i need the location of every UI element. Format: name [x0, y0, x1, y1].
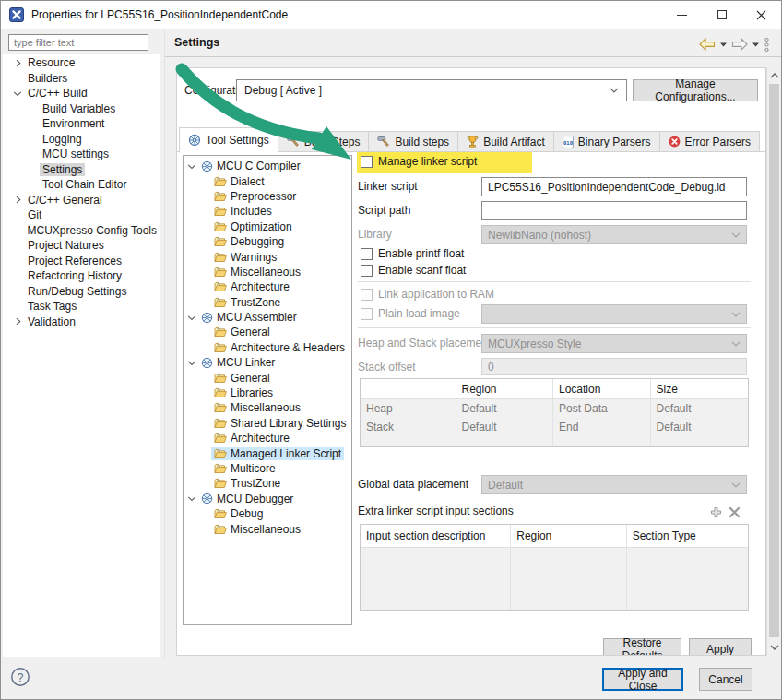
sidebar-item-settings[interactable]: Settings: [3, 162, 160, 178]
sidebar-item-logging[interactable]: Logging: [3, 132, 160, 148]
table-empty-cell: [361, 548, 511, 610]
enable-scanf-float-label: Enable scanf float: [378, 264, 466, 277]
table-cell: Default: [456, 399, 554, 418]
sidebar-item-resource[interactable]: Resource: [3, 55, 160, 71]
back-dropdown-icon[interactable]: [720, 42, 727, 47]
tool-tree-item-architecture-headers[interactable]: Architecture & Headers: [184, 340, 351, 355]
library-label: Library: [358, 228, 392, 241]
sidebar-item-git[interactable]: Git: [3, 208, 160, 223]
tool-tree-item-content: MCU Linker: [198, 356, 278, 369]
chevron-down-icon: [731, 312, 741, 317]
add-section-icon[interactable]: [710, 506, 722, 518]
sidebar-item-tool-chain-editor[interactable]: Tool Chain Editor: [3, 177, 160, 193]
tool-tree-item-trustzone[interactable]: TrustZone: [184, 295, 351, 310]
folder-icon: [214, 418, 227, 429]
tool-tree-item-content: Includes: [211, 205, 275, 218]
sidebar-item-mcu-settings[interactable]: MCU settings: [3, 147, 160, 162]
enable-printf-float-checkbox[interactable]: Enable printf float: [361, 247, 464, 260]
help-icon[interactable]: ?: [10, 667, 30, 687]
tool-tree-item-miscellaneous[interactable]: Miscellaneous: [184, 265, 351, 279]
tool-tree-item-general[interactable]: General: [184, 325, 351, 339]
tool-tree-item-warnings[interactable]: Warnings: [184, 249, 351, 264]
tool-tree-item-debug[interactable]: Debug: [184, 506, 351, 521]
linker-script-input[interactable]: LPC55S16_PositionIndependentCode_Debug.l…: [481, 177, 747, 196]
scrollbar-thumb[interactable]: [769, 84, 779, 637]
vertical-scrollbar[interactable]: [766, 67, 781, 656]
tool-tree-item-mcu-c-compiler[interactable]: MCU C Compiler: [184, 159, 351, 173]
tool-tree-item-miscellaneous[interactable]: Miscellaneous: [184, 521, 351, 536]
manage-configurations-button[interactable]: Manage Configurations...: [633, 79, 758, 101]
sidebar-item-build-variables[interactable]: Build Variables: [3, 101, 160, 117]
tool-tree-item-label: Architecture: [231, 280, 290, 293]
filter-input[interactable]: [8, 34, 148, 51]
apply-and-close-button[interactable]: Apply and Close: [602, 668, 683, 691]
chevron-down-icon: [731, 482, 741, 488]
sidebar-item-validation[interactable]: Validation: [3, 314, 160, 330]
view-menu-icon[interactable]: [764, 37, 770, 53]
tool-tree-item-mcu-linker[interactable]: MCU Linker: [184, 355, 351, 370]
section-divider: [358, 327, 751, 328]
configuration-select[interactable]: Debug [ Active ]: [236, 79, 627, 101]
tool-tree-item-mcu-debugger[interactable]: MCU Debugger: [184, 492, 351, 506]
restore-defaults-button[interactable]: Restore Defaults: [603, 638, 681, 656]
back-arrow-icon[interactable]: [699, 38, 716, 51]
tool-tree-item-includes[interactable]: Includes: [184, 204, 351, 219]
tool-tree-item-preprocessor[interactable]: Preprocessor: [184, 189, 351, 204]
tab-build-steps[interactable]: Build steps: [369, 131, 458, 152]
sidebar-item-label: Builders: [25, 72, 70, 85]
tool-tree-item-trustzone[interactable]: TrustZone: [184, 476, 351, 491]
folder-icon: [214, 342, 227, 353]
tool-tree-item-architecture[interactable]: Architecture: [184, 431, 351, 445]
forward-arrow-icon[interactable]: [731, 38, 748, 51]
close-button[interactable]: [741, 1, 781, 29]
sidebar-item-c-c-general[interactable]: C/C++ General: [3, 193, 160, 208]
table-empty-cell: [627, 548, 748, 610]
tool-tree-item-optimization[interactable]: Optimization: [184, 219, 351, 234]
tool-tree-item-multicore[interactable]: Multicore: [184, 461, 351, 476]
tool-tree-item-shared-library-settings[interactable]: Shared Library Settings: [184, 416, 351, 431]
script-path-input[interactable]: [481, 201, 747, 220]
tab-error-parsers[interactable]: Error Parsers: [660, 131, 760, 152]
tab-build-steps[interactable]: Build Steps: [278, 131, 370, 152]
tool-tree-item-debugging[interactable]: Debugging: [184, 234, 351, 249]
tool-tree-item-dialect[interactable]: Dialect: [184, 173, 351, 188]
global-data-placement-select: Default: [481, 475, 747, 494]
sidebar-item-refactoring-history[interactable]: Refactoring History: [3, 268, 160, 284]
tab-binary-parsers[interactable]: 010Binary Parsers: [554, 131, 660, 152]
tab-build-artifact[interactable]: Build Artifact: [458, 131, 554, 152]
sidebar-item-c-c-build[interactable]: C/C++ Build: [3, 86, 160, 101]
sidebar-item-run-debug-settings[interactable]: Run/Debug Settings: [3, 284, 160, 300]
sidebar-item-task-tags[interactable]: Task Tags: [3, 299, 160, 314]
sidebar-item-project-references[interactable]: Project References: [3, 254, 160, 269]
table-cell: Post Data: [553, 399, 651, 418]
tool-tree-item-architecture[interactable]: Architecture: [184, 279, 351, 294]
table-cell: Default: [651, 399, 749, 418]
tool-tree-item-general[interactable]: General: [184, 370, 351, 385]
tool-tree-item-managed-linker-script[interactable]: Managed Linker Script: [184, 445, 351, 460]
sidebar-item-project-natures[interactable]: Project Natures: [3, 238, 160, 254]
tab-tool-settings[interactable]: Tool Settings: [179, 127, 278, 153]
tool-tree-item-libraries[interactable]: Libraries: [184, 386, 351, 400]
tool-tree-item-content: Debug: [211, 507, 266, 520]
tool-tree-item-content: Debugging: [211, 235, 287, 248]
tool-tree-item-label: Architecture & Headers: [231, 341, 345, 354]
tool-tree-item-mcu-assembler[interactable]: MCU Assembler: [184, 310, 351, 325]
sidebar-item-builders[interactable]: Builders: [3, 71, 160, 87]
tool-tree-item-miscellaneous[interactable]: Miscellaneous: [184, 400, 351, 415]
sidebar-item-environment[interactable]: Environment: [3, 116, 160, 132]
sidebar-item-mcuxpresso-config-tools[interactable]: MCUXpresso Config Tools: [3, 223, 160, 239]
delete-section-icon[interactable]: [729, 506, 741, 518]
checkbox-icon: [361, 289, 373, 301]
enable-scanf-float-checkbox[interactable]: Enable scanf float: [361, 264, 466, 277]
manage-linker-script-checkbox[interactable]: Manage linker script: [361, 155, 477, 168]
forward-dropdown-icon[interactable]: [752, 42, 759, 47]
apply-button[interactable]: Apply: [689, 638, 752, 656]
cancel-button[interactable]: Cancel: [699, 668, 752, 691]
scroll-down-icon[interactable]: [767, 640, 782, 655]
minimize-button[interactable]: [662, 1, 702, 29]
maximize-button[interactable]: [702, 1, 741, 29]
scroll-up-icon[interactable]: [767, 68, 782, 83]
folder-icon: [214, 433, 227, 444]
pane-divider[interactable]: [164, 29, 165, 658]
table-empty-area: [361, 436, 748, 446]
